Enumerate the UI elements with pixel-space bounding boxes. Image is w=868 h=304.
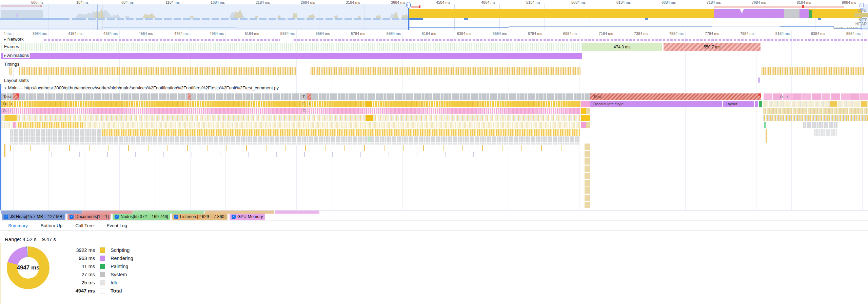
legend-label: Total	[111, 288, 122, 294]
track-label-main[interactable]: ▼ Main — http://localhost:3000/github/co…	[3, 85, 280, 90]
event-row[interactable]	[1, 108, 580, 114]
paint-bar[interactable]	[759, 101, 762, 107]
scripting-bar[interactable]	[581, 108, 586, 114]
call-stack-bar[interactable]	[585, 195, 590, 201]
scripting-bar[interactable]	[366, 101, 372, 107]
range-label: Range: 4.52 s – 9.47 s	[5, 236, 56, 242]
selection-left-edge[interactable]	[408, 4, 409, 30]
legend-value: 4947 ms	[51, 288, 95, 294]
layout-label[interactable]: Layout	[726, 101, 737, 107]
function-call-label[interactable]: F…l	[302, 101, 310, 107]
system-bars[interactable]	[814, 129, 837, 136]
counter-strip-segment	[133, 211, 204, 214]
call-stack-bar[interactable]	[585, 173, 590, 179]
legend-swatch	[100, 256, 105, 261]
network-requests-band[interactable]	[44, 39, 280, 41]
event-label[interactable]: O…	[302, 108, 309, 114]
checkbox-checked-icon[interactable]: ✓	[232, 215, 236, 219]
tab-summary[interactable]: Summary	[8, 223, 28, 228]
checkbox-checked-icon[interactable]: ✓	[115, 215, 119, 219]
chevron-right-icon[interactable]: ▶	[4, 54, 6, 57]
frames-strip[interactable]	[1, 43, 582, 51]
frame-good[interactable]: 474.0 ms	[582, 43, 662, 51]
selection-left-handle[interactable]: ❙❙	[406, 2, 411, 8]
scripting-bar[interactable]	[830, 101, 837, 107]
track-label-timings[interactable]: Timings	[3, 62, 21, 67]
event-bars[interactable]	[764, 93, 868, 100]
cpu-selected-rendering-2	[800, 9, 809, 18]
timings-ticks[interactable]	[311, 67, 580, 75]
overview-time-label: 3184 ms	[346, 0, 360, 4]
bottom-tabs: SummaryBottom-UpCall TreeEvent Log	[8, 221, 127, 231]
counter-strip-segment	[205, 211, 274, 214]
network-requests-band[interactable]	[294, 39, 868, 41]
tab-event-log[interactable]: Event Log	[106, 223, 127, 228]
timings-ticks[interactable]	[762, 67, 864, 75]
event-label[interactable]: O…t	[780, 94, 788, 100]
system-bars[interactable]	[803, 122, 837, 128]
track-label-frames[interactable]: Frames	[3, 44, 20, 49]
scripting-bar[interactable]	[366, 115, 373, 121]
heap-range-label: 545 kB – 193 MB	[833, 26, 858, 30]
counter-checkbox-chip[interactable]: ✓Listeners[2 629 – 7 860]	[172, 214, 228, 220]
track-label-animations[interactable]: ▶ Animations	[3, 53, 30, 58]
call-stack-bar[interactable]	[585, 202, 590, 208]
scripting-bar[interactable]	[861, 101, 867, 107]
task-label[interactable]: Task	[3, 94, 12, 100]
task-label[interactable]: Task	[593, 94, 601, 100]
scripting-bar[interactable]	[5, 115, 17, 121]
call-stack-bar[interactable]	[585, 158, 590, 165]
overview-time-label: 5684 ms	[571, 0, 586, 4]
call-stack-bar[interactable]	[585, 180, 590, 187]
timings-ticks[interactable]	[9, 67, 12, 75]
chevron-right-icon[interactable]: ▶	[4, 38, 6, 41]
recalculate-style-label[interactable]: Recalculate Style	[593, 101, 624, 107]
track-label-network[interactable]: ▶ Network	[3, 37, 25, 42]
long-task-bar[interactable]	[590, 93, 761, 100]
legend-value: 963 ms	[51, 256, 95, 261]
task-label[interactable]: T…	[302, 94, 309, 100]
event-label[interactable]: O…t	[3, 108, 11, 114]
call-stack-bar[interactable]	[585, 151, 590, 157]
counter-checkbox-chip[interactable]: ✓GPU Memory	[230, 214, 265, 220]
checkbox-checked-icon[interactable]: ✓	[70, 215, 74, 219]
frame-dropped[interactable]: 550.7 ms	[664, 43, 761, 51]
chevron-down-icon[interactable]: ▼	[4, 87, 7, 90]
function-call-label[interactable]: Fu…l	[3, 101, 12, 107]
ruler-time-label: 6984 ms	[552, 31, 577, 36]
task-row[interactable]	[1, 93, 590, 100]
flame-row[interactable]	[1, 122, 580, 128]
timings-ticks[interactable]	[19, 67, 296, 75]
system-bars[interactable]	[10, 129, 102, 136]
checkbox-checked-icon[interactable]: ✓	[174, 215, 178, 219]
counter-checkbox-chip[interactable]: ✓JS Heap[45.7 MB – 127 MB]	[2, 214, 65, 220]
scripting-bar[interactable]	[581, 115, 590, 121]
tab-bottom-up[interactable]: Bottom-Up	[41, 223, 63, 228]
checkbox-checked-icon[interactable]: ✓	[4, 215, 8, 219]
call-stack-bar[interactable]	[585, 144, 590, 150]
counter-checkbox-chip[interactable]: ✓Nodes[55 372 – 169 746]	[113, 214, 170, 220]
scripting-bars[interactable]	[102, 129, 580, 136]
event-bar[interactable]	[586, 108, 590, 114]
track-label-layout-shifts[interactable]: Layout shifts	[3, 78, 30, 83]
timeline-gridline	[756, 30, 756, 210]
scripting-row[interactable]	[1, 101, 580, 107]
flame-row[interactable]	[763, 115, 868, 121]
event-bars[interactable]	[763, 108, 868, 114]
tab-call-tree[interactable]: Call Tree	[75, 223, 94, 228]
call-stack-bar[interactable]	[585, 187, 590, 194]
long-task-triangle-icon	[15, 93, 19, 98]
system-bars[interactable]	[10, 136, 580, 142]
scripting-bars[interactable]	[18, 122, 83, 128]
event-bars[interactable]	[763, 101, 868, 107]
counter-checkbox-chip[interactable]: ✓Documents[1 – 1]	[67, 214, 111, 220]
event-bar[interactable]	[581, 101, 590, 107]
flame-row[interactable]	[1, 115, 580, 121]
timeline-overview[interactable]: 500 ms184 ms684 ms1184 ms1684 ms2184 ms2…	[0, 0, 868, 30]
ruler-time-label: 4 ms	[0, 31, 12, 36]
call-stack-bar[interactable]	[585, 166, 590, 172]
ruler-time-label: 4784 ms	[163, 31, 189, 36]
rendering-bar[interactable]	[755, 101, 758, 107]
animations-bar[interactable]	[1, 53, 582, 59]
layout-shift-event[interactable]	[758, 78, 760, 83]
